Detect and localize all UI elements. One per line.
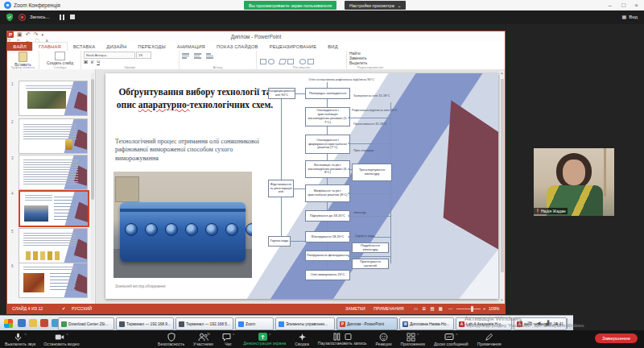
view-mode-buttons[interactable]: ▭ ⊞ ▤ ▦ [414,306,444,311]
share-screen-button[interactable]: ^ Демонстрация экрана [243,333,286,346]
share-options-chevron[interactable]: ^ [269,333,270,338]
whiteboards-options-chevron[interactable]: ^ [456,333,457,338]
thumb-number: 2 [11,120,14,124]
apps-grid-icon [407,333,415,342]
flow-box: Визрівання та ріст кристалічної решітки … [305,184,350,202]
tab-review[interactable]: РЕЦЕНЗИРОВАНИЕ [264,42,323,51]
stop-icon[interactable] [345,333,352,341]
zoom-slider[interactable] [456,309,481,309]
notes-button[interactable]: Примечания [477,333,502,347]
slide-title[interactable]: Обґрунтування вибору технології та опис … [115,86,275,111]
ai-summary-button[interactable]: Сводка [295,333,309,347]
slide-body-text[interactable]: Технологічний процес отримання олії соня… [115,138,266,163]
maximize-button[interactable]: □ [621,2,625,9]
slide-thumbnail-2[interactable] [19,118,88,154]
video-options-chevron[interactable]: ^ [66,333,68,338]
slide-area-scrollbar[interactable]: ▲▼ [500,71,504,302]
taskbar-document-1[interactable]: WДипломна Назва-Но... [399,317,454,330]
security-button[interactable]: Безопасность [158,333,184,347]
quick-launch-icons[interactable] [18,319,60,327]
pause-recording-button[interactable] [60,14,64,20]
minimize-button[interactable]: – [609,2,612,9]
tab-slideshow[interactable]: ПОКАЗ СЛАЙДОВ [211,42,264,51]
end-meeting-button[interactable]: Завершение [595,334,638,343]
stop-video-button[interactable]: ^ Остановить видео [43,333,79,347]
reactions-button[interactable]: Реакции [376,333,392,347]
spellcheck-underlined-word: апаратурно- [138,100,190,110]
pause-icon[interactable] [333,333,341,341]
flow-box: Олія виморожена 20°С [305,270,350,280]
tab-transitions[interactable]: ПЕРЕХОДЫ [132,42,171,51]
zoom-slider-thumb[interactable] [471,306,473,312]
current-slide[interactable]: Обґрунтування вибору технології та опис … [105,73,498,299]
participant-video-tile[interactable]: Надія Жадан [534,148,614,216]
language-indicator[interactable]: РУССКИЙ [72,306,92,311]
process-flowchart[interactable]: Олія соняшникова рафінована відбілена 90… [268,78,415,294]
view-button[interactable]: ▦ Вид [621,14,638,19]
tab-design[interactable]: ДИЗАЙН [101,42,132,51]
view-grid-icon: ▦ [621,14,626,19]
chat-options-chevron[interactable]: ^ [233,333,234,338]
stop-recording-button[interactable] [70,14,75,19]
participants-button[interactable]: 11 Участники [193,333,213,347]
video-camera-icon [55,333,64,342]
microphone-icon [14,333,23,342]
close-button[interactable]: × [634,2,638,9]
taskbar-download-center[interactable]: Download Center 2Si... [58,317,114,330]
zoom-percent[interactable]: 109% [489,306,500,311]
chat-button[interactable]: ^ Чат [222,333,234,347]
flow-box: Кондиціонування олії 90°С [268,88,295,99]
font-name-select[interactable]: Book Antiqua [84,52,135,59]
pencil-note-icon [485,333,493,342]
view-settings-dropdown[interactable]: Настройки просмотра ⌄ [345,1,406,10]
thumbnails-scrollbar[interactable] [91,72,94,300]
comments-toggle[interactable]: ПРИМЕЧАНИЯ [374,306,404,311]
tab-insert[interactable]: ВСТАВКА [68,42,101,51]
pause-stop-recording-button[interactable]: Пауза/остановить запись [318,333,367,346]
taskbar-terminal-1[interactable]: Терминал — 192.168.9... [116,317,174,330]
start-button[interactable] [4,319,13,328]
folder-icon[interactable] [29,319,37,327]
paragraph-buttons[interactable] [182,52,254,60]
chat-icon [222,333,231,342]
font-size-select[interactable]: 18 [136,52,151,59]
spellcheck-icon[interactable]: ✔ [62,306,65,311]
zoom-out-button[interactable]: — [448,306,452,311]
flow-box: Полірувальне фільтрування [305,251,350,261]
tab-file[interactable]: ФАЙЛ [7,42,32,51]
equipment-photo[interactable] [114,172,252,278]
italic-button[interactable]: К [91,60,93,64]
taskbar-terminal-2[interactable]: Терминал — 192.168.5... [175,317,233,330]
taskbar-zoom-controls[interactable]: Элементы управлени... [275,317,335,330]
encryption-shield-icon [6,13,14,22]
flow-box: Фільтрування 18-20°С [305,231,350,242]
apps-button[interactable]: ^ Приложения [401,333,425,347]
slide-thumbnail-6[interactable] [19,263,88,298]
taskbar-zoom[interactable]: Zoom [235,317,274,330]
apps-options-chevron[interactable]: ^ [417,333,419,338]
bold-button[interactable]: Ж [84,60,88,64]
smiley-icon [379,333,388,342]
freezing-filter-machine [120,202,246,262]
slide-thumbnail-4-selected[interactable] [19,190,89,227]
thumb-number: 1 [11,82,14,86]
flow-label: Сорбент вода [355,234,374,238]
flow-box: Приготування суспензії [352,259,389,269]
tab-animations[interactable]: АНИМАЦИЯ [171,42,211,51]
slide-thumbnail-5[interactable] [19,228,88,263]
new-slide-button[interactable]: Создать слайд [42,52,78,65]
zoom-in-button[interactable]: + [483,306,485,311]
slide-thumbnail-3[interactable] [19,155,88,190]
explorer-icon[interactable] [18,319,26,327]
taskbar-powerpoint-active[interactable]: PДиплом - PowerPoint [336,317,398,330]
underline-button[interactable]: Ч [97,60,100,64]
mute-button[interactable]: ^ Выключить звук [5,333,35,347]
ppt-body: 1 2 3 4 [7,69,505,304]
notes-toggle[interactable]: ЗАМЕТКИ [345,306,365,311]
tab-view[interactable]: ВИД [322,42,344,51]
slide-thumbnail-1[interactable] [19,81,88,116]
tab-home[interactable]: ГЛАВНАЯ [32,42,68,51]
browser-icon[interactable] [40,319,48,327]
mute-options-chevron[interactable]: ^ [24,333,26,338]
whiteboards-button[interactable]: ^ Доски сообщений [434,333,469,347]
